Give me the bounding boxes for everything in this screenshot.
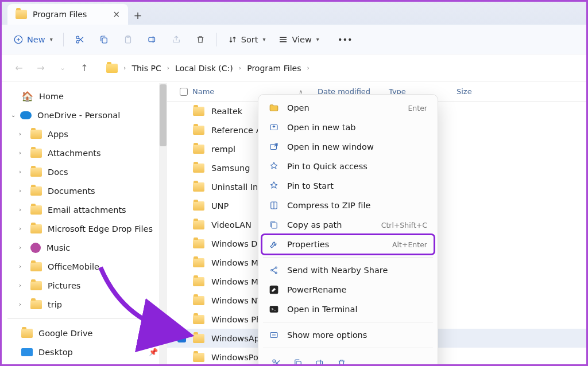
context-menu-item[interactable]: Open in new tab xyxy=(262,118,434,137)
context-menu-item[interactable]: PropertiesAlt+Enter xyxy=(262,235,434,254)
sort-button[interactable]: Sort ▾ xyxy=(223,29,270,50)
sidebar-item[interactable]: ›Microsoft Edge Drop Files xyxy=(5,219,164,238)
sidebar-label: OfficeMobile xyxy=(48,262,99,271)
forward-button[interactable]: → xyxy=(32,59,50,77)
copy-icon xyxy=(99,34,109,45)
rename-button[interactable] xyxy=(142,29,163,50)
column-size[interactable]: Size xyxy=(451,87,497,96)
context-menu-item[interactable]: OpenEnter xyxy=(262,98,434,118)
svg-rect-19 xyxy=(296,361,301,366)
chevron-right-icon[interactable]: › xyxy=(19,188,21,194)
select-all-checkbox[interactable] xyxy=(180,88,188,96)
breadcrumb[interactable]: › This PC › Local Disk (C:) › Program Fi… xyxy=(106,64,310,73)
context-menu-item[interactable]: Show more options xyxy=(262,325,434,345)
file-name: Realtek xyxy=(211,107,242,116)
file-name: UNP xyxy=(211,201,229,211)
chevron-right-icon[interactable]: › xyxy=(19,225,21,232)
context-menu-label: Open in Terminal xyxy=(287,305,357,314)
chevron-right-icon[interactable]: › xyxy=(19,169,21,175)
trash-icon[interactable] xyxy=(336,358,347,366)
home-icon: 🏠 xyxy=(21,91,33,102)
sidebar-item[interactable]: ›Music xyxy=(5,238,164,257)
svg-rect-16 xyxy=(270,333,277,338)
folder-icon xyxy=(193,107,204,116)
sidebar-item[interactable]: ›Email attachments xyxy=(5,200,164,219)
sort-icon xyxy=(227,34,238,45)
context-menu-item[interactable]: Open in new window xyxy=(262,137,434,157)
context-menu-item[interactable]: Send with Nearby Share xyxy=(262,260,434,280)
chevron-right-icon[interactable]: › xyxy=(19,282,21,289)
more-button[interactable]: ••• xyxy=(333,29,357,50)
music-icon xyxy=(30,243,41,253)
sidebar-home[interactable]: 🏠 Home xyxy=(5,87,164,106)
folder-icon xyxy=(193,182,204,192)
col-label: Size xyxy=(457,87,472,96)
context-menu-item[interactable]: Copy as pathCtrl+Shift+C xyxy=(262,215,434,235)
context-menu-label: Copy as path xyxy=(287,220,342,229)
sidebar-item[interactable]: ›Documents xyxy=(5,181,164,200)
folder-icon xyxy=(193,353,204,362)
sidebar-onedrive[interactable]: ⌄ OneDrive - Personal xyxy=(5,106,164,124)
sidebar-label: trip xyxy=(48,300,62,309)
sidebar-divider xyxy=(7,318,161,319)
breadcrumb-item[interactable]: This PC xyxy=(131,64,161,73)
context-menu-label: Properties xyxy=(287,240,329,249)
context-menu-item[interactable]: Open in Terminal xyxy=(262,299,434,319)
context-menu-item[interactable]: PowerRename xyxy=(262,280,434,299)
sidebar-item[interactable]: ›Pictures xyxy=(5,276,164,295)
chevron-right-icon[interactable]: › xyxy=(19,263,21,270)
sidebar-pinned-desktop[interactable]: Desktop 📌 xyxy=(5,342,164,361)
paste-button[interactable] xyxy=(118,29,138,50)
folder-icon xyxy=(193,220,204,229)
row-checkbox[interactable]: ✓ xyxy=(177,334,186,342)
rename-icon[interactable] xyxy=(315,358,325,366)
clipboard-icon xyxy=(123,34,133,45)
file-name: rempl xyxy=(211,145,235,154)
wrench-icon xyxy=(269,239,279,250)
folder-icon xyxy=(193,163,204,173)
breadcrumb-item[interactable]: Program Files xyxy=(247,64,301,73)
sidebar-item[interactable]: ›trip xyxy=(5,295,164,314)
chevron-right-icon[interactable]: › xyxy=(19,150,21,156)
context-menu-item[interactable]: Pin to Start xyxy=(262,176,434,196)
view-button[interactable]: View ▾ xyxy=(273,29,323,50)
recent-button[interactable]: ⌄ xyxy=(53,59,72,77)
chevron-down-icon[interactable]: ⌄ xyxy=(11,112,16,118)
chevron-right-icon[interactable]: › xyxy=(19,301,21,307)
sidebar-item[interactable]: ›OfficeMobile xyxy=(5,257,164,276)
chevron-right-icon[interactable]: › xyxy=(19,131,21,137)
folder-icon xyxy=(193,239,204,248)
sidebar-item[interactable]: ›Docs xyxy=(5,162,164,181)
chevron-right-icon[interactable]: › xyxy=(19,244,21,251)
close-tab-icon[interactable]: × xyxy=(113,9,120,20)
pin-icon: 📌 xyxy=(149,348,158,356)
share-button[interactable] xyxy=(166,29,187,50)
copy-icon[interactable] xyxy=(293,358,303,366)
sidebar-item[interactable]: ›Attachments xyxy=(5,143,164,162)
context-menu-item[interactable]: Pin to Quick access xyxy=(262,157,434,176)
scrollbar-thumb[interactable] xyxy=(160,84,167,146)
delete-button[interactable] xyxy=(190,29,211,50)
up-button[interactable]: ↑ xyxy=(75,59,94,77)
sidebar-scrollbar[interactable] xyxy=(159,83,167,364)
sidebar-pinned-google-drive[interactable]: Google Drive 📌 xyxy=(5,324,164,342)
new-tab-button[interactable]: + xyxy=(128,5,148,25)
chevron-right-icon: › xyxy=(307,64,309,72)
context-menu-item[interactable]: Compress to ZIP file xyxy=(262,196,434,215)
breadcrumb-item[interactable]: Local Disk (C:) xyxy=(175,64,233,73)
context-menu-label: Send with Nearby Share xyxy=(287,266,388,275)
tab-program-files[interactable]: Program Files × xyxy=(7,4,128,25)
context-menu-shortcut: Enter xyxy=(408,104,427,112)
context-menu-label: Pin to Quick access xyxy=(287,162,368,171)
context-menu-label: Show more options xyxy=(287,330,367,340)
chevron-right-icon[interactable]: › xyxy=(19,207,21,213)
cut-button[interactable] xyxy=(69,29,90,50)
copy-button[interactable] xyxy=(94,29,114,50)
new-button[interactable]: New ▾ xyxy=(9,29,57,50)
sidebar-item[interactable]: ›Apps xyxy=(5,124,164,143)
scissors-icon[interactable] xyxy=(271,358,281,366)
back-button[interactable]: ← xyxy=(10,59,28,77)
sidebar-label: Google Drive xyxy=(38,329,92,338)
view-icon xyxy=(278,34,288,45)
new-label: New xyxy=(27,35,45,44)
